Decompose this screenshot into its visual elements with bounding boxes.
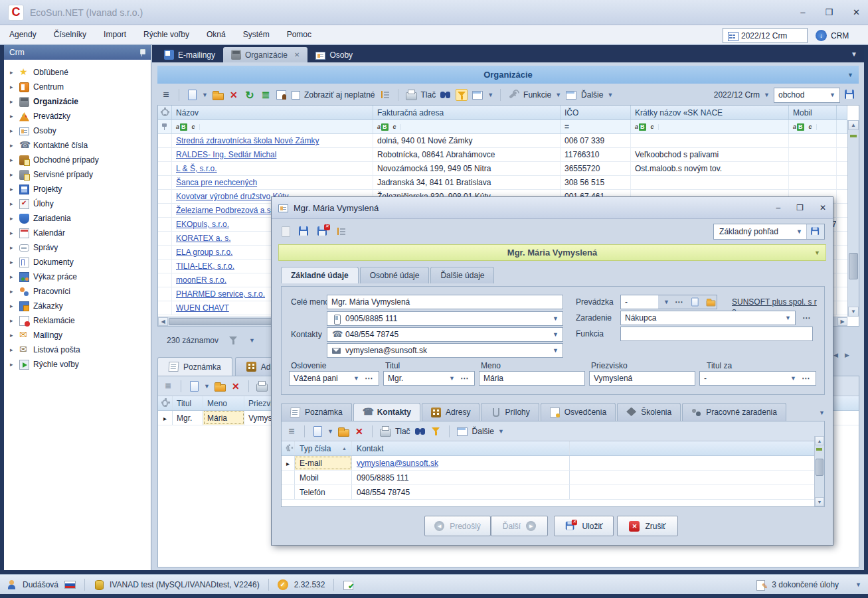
view-selector[interactable]: Základný pohľad ▼ <box>713 224 825 240</box>
scroll-down-icon[interactable]: ▼ <box>848 307 859 317</box>
document-tab[interactable]: Osoby ✕ <box>307 47 361 62</box>
tab-list-dropdown-icon[interactable]: ▼ <box>851 50 857 58</box>
gear-icon[interactable] <box>162 400 168 407</box>
save-button[interactable]: Uložiť <box>554 516 614 536</box>
sub-tab[interactable]: Osvedčenia <box>541 403 616 421</box>
org-name-link[interactable]: KORATEX a. s. <box>176 234 230 243</box>
role-combo[interactable]: Nákupca ▼ <box>620 311 796 325</box>
delete-record-icon[interactable] <box>230 380 242 392</box>
dropdown-icon[interactable]: ▼ <box>553 315 559 322</box>
sidebar-item[interactable]: ▸ Obchodné prípady <box>4 153 151 167</box>
search-icon[interactable] <box>414 425 426 437</box>
gear-icon[interactable] <box>161 109 169 116</box>
dialog-maximize-button[interactable]: ❒ <box>796 203 804 212</box>
column-header[interactable]: Titul <box>173 396 203 410</box>
expand-arrow-icon[interactable]: ▸ <box>10 142 15 149</box>
sidebar-item[interactable]: ▸ Prevádzky <box>4 109 151 123</box>
banner-dropdown-icon[interactable]: ▼ <box>814 250 820 256</box>
dialog-close-button[interactable]: ✕ <box>820 203 826 212</box>
expand-arrow-icon[interactable]: ▸ <box>10 69 15 76</box>
column-header[interactable]: Fakturačná adresa <box>373 106 561 119</box>
dialog-title-bar[interactable]: Mgr. Mária Vymyslená – ❒ ✕ <box>272 197 833 219</box>
tree-view-icon[interactable] <box>335 226 347 238</box>
scroll-right-icon[interactable]: ▶ <box>837 317 847 326</box>
sub-tab[interactable]: Kontakty <box>353 403 420 421</box>
column-header[interactable]: Krátky názov «SK NACE <box>631 106 789 119</box>
footer-filter-icon[interactable] <box>228 335 240 346</box>
sub-tab[interactable]: Poznámka <box>281 403 352 421</box>
email-combo[interactable]: vymyslena@sunsoft.sk ▼ <box>327 343 563 358</box>
org-name-link[interactable]: L & Š, s.r.o. <box>176 164 217 173</box>
sub-tab[interactable]: Adresy <box>422 403 479 421</box>
column-header-kontakt[interactable]: Kontakt <box>352 441 570 455</box>
period-selector[interactable]: 2022/12 Crm <box>723 28 808 43</box>
close-button[interactable]: ✕ <box>853 7 860 17</box>
grid-period-label[interactable]: 2022/12 Crm <box>714 90 760 100</box>
sidebar-item[interactable]: ▸ Správy <box>4 240 151 255</box>
save-view-icon[interactable] <box>844 89 856 101</box>
vertical-scrollbar[interactable]: ▲ ▼ <box>847 120 859 317</box>
footer-filter-dropdown-icon[interactable]: ▼ <box>249 337 255 344</box>
detail-tab[interactable]: Poznámka <box>157 357 232 376</box>
menu-item[interactable]: Agendy <box>9 30 37 39</box>
scroll-left-icon[interactable]: ◀ <box>158 317 168 326</box>
dropdown-icon[interactable]: ▼ <box>553 331 559 338</box>
sub-tab[interactable]: Pracovné zaradenia <box>682 403 786 421</box>
branch-combo[interactable]: - ▼ ⋯ <box>620 295 717 309</box>
tasks-status[interactable]: 3 dokončené úlohy <box>772 580 839 589</box>
salutation-combo[interactable]: Vážená pani ▼⋯ <box>289 371 379 386</box>
dialog-tab[interactable]: Základné údaje <box>281 267 359 283</box>
expand-arrow-icon[interactable]: ▸ <box>10 259 15 265</box>
contacts-scrollbar[interactable]: ▲ ▼ <box>814 436 824 506</box>
table-row[interactable]: Stredná zdravotnícka škola Nové Zámky do… <box>158 134 847 148</box>
sidebar-item[interactable]: ▸ Listová pošta <box>4 342 151 357</box>
menu-item[interactable]: Pomoc <box>287 30 311 39</box>
delete-contact-icon[interactable] <box>353 425 365 437</box>
org-name-link[interactable]: Šanca pre nechcených <box>176 178 257 187</box>
sub-tab[interactable]: Prílohy <box>481 403 539 421</box>
org-name-link[interactable]: moonER s.r.o. <box>176 275 226 285</box>
sidebar-item[interactable]: ▸ Obľúbené <box>4 65 151 80</box>
sidebar-item[interactable]: ▸ Rýchle voľby <box>4 357 151 372</box>
new-contact-icon[interactable] <box>311 425 323 437</box>
column-header-typ[interactable]: Typ čísla <box>295 441 352 455</box>
person-grid-icon[interactable] <box>276 89 288 101</box>
scrollbar-thumb[interactable] <box>849 253 858 279</box>
expand-arrow-icon[interactable]: ▸ <box>10 84 15 90</box>
open-branch-icon[interactable] <box>706 297 715 307</box>
view-combo[interactable]: obchod ▼ <box>774 88 840 103</box>
print-icon[interactable] <box>379 425 391 437</box>
sub-tab[interactable]: Školenia <box>617 403 681 421</box>
open-record-icon[interactable] <box>214 380 226 392</box>
sidebar-item[interactable]: ▸ Projekty <box>4 182 151 196</box>
new-record-dropdown-icon[interactable]: ▼ <box>202 92 208 98</box>
contact-row[interactable]: Mobil 0905/8885 111 <box>282 471 824 485</box>
save-view-button[interactable] <box>806 224 824 239</box>
delete-record-icon[interactable] <box>228 89 240 101</box>
search-icon[interactable] <box>440 89 452 101</box>
menu-item[interactable]: Rýchle voľby <box>143 30 189 39</box>
dropdown-icon[interactable]: ▼ <box>663 299 669 305</box>
grid-menu-icon[interactable] <box>162 380 174 392</box>
expand-arrow-icon[interactable]: ▸ <box>10 230 15 236</box>
save-icon[interactable] <box>298 226 310 238</box>
sidebar-item[interactable]: ▸ Mailingy <box>4 328 151 342</box>
tree-view-icon[interactable] <box>379 89 391 101</box>
org-name-link[interactable]: Železiarne Podbrezová a.s. skr <box>176 206 286 215</box>
minimize-button[interactable]: – <box>800 7 805 17</box>
column-header[interactable]: Názov <box>172 106 373 119</box>
print-label[interactable]: Tlač <box>421 90 436 100</box>
org-name-link[interactable]: WUEN CHAVT <box>176 303 229 313</box>
detail-scroll-arrows[interactable]: ◀▶ <box>833 352 849 358</box>
filter-cell[interactable]: aBc <box>631 120 789 133</box>
sidebar-item[interactable]: ▸ Výkaz práce <box>4 269 151 284</box>
view-dropdown-icon[interactable]: ▼ <box>792 228 806 235</box>
contact-row[interactable]: Telefón 048/554 78745 <box>282 485 824 500</box>
filter-cell[interactable]: aBc <box>373 120 561 133</box>
crm-module-button[interactable]: CRM <box>816 28 849 43</box>
filter-cell[interactable]: aBc <box>789 120 837 133</box>
table-row[interactable]: L & Š, s.r.o. Novozámocká 199, 949 05 Ni… <box>158 162 847 176</box>
expand-arrow-icon[interactable]: ▸ <box>10 157 15 163</box>
role-ellipsis-button[interactable]: ⋯ <box>801 313 812 323</box>
dropdown-icon[interactable]: ▼ <box>553 347 559 354</box>
